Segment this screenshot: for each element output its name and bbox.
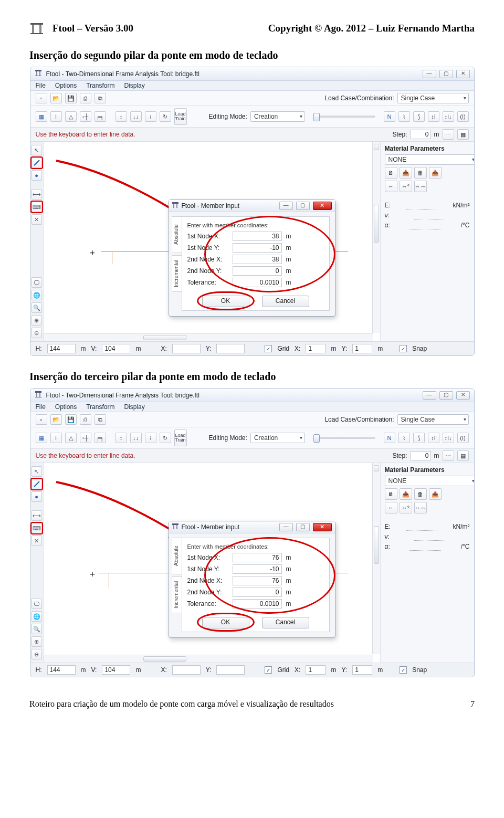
tool-keyboard-icon[interactable]: ⌨: [32, 523, 42, 533]
step-grid-icon[interactable]: ▦: [457, 450, 469, 461]
menu-file[interactable]: File: [36, 403, 46, 411]
load-case-combo[interactable]: Single Case: [397, 93, 469, 103]
zoom-out-icon[interactable]: ⊖: [32, 649, 42, 659]
grid-x-value[interactable]: 1: [306, 665, 326, 675]
mat-assign1-icon[interactable]: ↔: [385, 181, 397, 192]
material-select[interactable]: NONE: [385, 154, 475, 165]
save-icon[interactable]: 💾: [65, 93, 77, 103]
save-icon[interactable]: 💾: [65, 414, 77, 425]
tool-temp-icon[interactable]: ≀: [145, 433, 156, 443]
tool-i-icon[interactable]: I: [50, 433, 62, 443]
input-tol[interactable]: 0.0010: [233, 599, 282, 609]
step-grid-icon[interactable]: ▦: [457, 129, 469, 140]
menu-display[interactable]: Display: [124, 403, 144, 411]
minimize-icon[interactable]: —: [423, 391, 436, 400]
editing-mode-combo[interactable]: Creation: [250, 433, 305, 443]
dialog-maximize-icon[interactable]: ▢: [296, 523, 310, 531]
input-1sty[interactable]: -10: [233, 564, 282, 574]
tool-select-icon[interactable]: ↖: [32, 145, 42, 155]
print-icon[interactable]: ⎙: [80, 414, 91, 425]
drawing-canvas[interactable]: + Ftool - Member input: [44, 463, 381, 663]
menu-transform[interactable]: Transform: [86, 403, 114, 411]
tool-keyboard-icon[interactable]: ⌨: [32, 202, 42, 212]
dialog-close-icon[interactable]: ✕: [313, 523, 332, 531]
tool-support-icon[interactable]: ▦: [36, 433, 47, 443]
tool-moment-icon[interactable]: ↻: [160, 433, 171, 443]
close-icon[interactable]: ✕: [456, 391, 470, 400]
diagram-n-icon[interactable]: N: [384, 433, 395, 443]
maximize-icon[interactable]: ▢: [439, 70, 453, 78]
diagram-def-icon[interactable]: (I): [457, 111, 469, 122]
dialog-minimize-icon[interactable]: —: [279, 523, 293, 531]
input-2ndx[interactable]: 38: [233, 255, 282, 264]
input-1stx[interactable]: 38: [233, 232, 282, 241]
grid-x-value[interactable]: 1: [306, 344, 326, 353]
view-screen-icon[interactable]: 🖵: [32, 277, 42, 288]
snap-checkbox[interactable]: ✓: [400, 345, 407, 352]
mat-assign1-icon[interactable]: ↔: [385, 502, 397, 513]
load-train-button[interactable]: Load Train: [174, 429, 187, 446]
load-train-button[interactable]: Load Train: [174, 108, 187, 125]
tool-node-icon[interactable]: ●: [32, 170, 42, 181]
minimize-icon[interactable]: —: [423, 70, 436, 78]
vertical-scrollbar[interactable]: [372, 463, 380, 654]
tool-dload-icon[interactable]: ↓↓: [130, 433, 142, 443]
copy-icon[interactable]: ⧉: [94, 414, 106, 425]
step-value[interactable]: 0: [411, 130, 431, 139]
cancel-button[interactable]: Cancel: [262, 617, 309, 628]
menu-file[interactable]: File: [36, 82, 46, 89]
tool-cancel-icon[interactable]: ✕: [32, 536, 42, 546]
zoom-fit-icon[interactable]: 🔍: [32, 624, 42, 634]
diagram-il1-icon[interactable]: ↕I: [428, 433, 439, 443]
mat-export-icon[interactable]: 📤: [429, 488, 442, 500]
view-world-icon[interactable]: 🌐: [32, 611, 42, 622]
dialog-minimize-icon[interactable]: —: [279, 202, 293, 210]
tool-arrow-icon[interactable]: ↕: [116, 111, 127, 122]
mat-delete-icon[interactable]: 🗑: [414, 167, 427, 179]
tool-line-icon[interactable]: [32, 158, 42, 168]
editing-mode-combo[interactable]: Creation: [250, 111, 305, 122]
mat-assign2-icon[interactable]: ↔°: [400, 181, 412, 192]
vertical-scrollbar[interactable]: [372, 142, 380, 333]
menu-options[interactable]: Options: [55, 82, 77, 89]
horizontal-scrollbar[interactable]: [44, 333, 373, 341]
tool-arrow-icon[interactable]: ↕: [116, 433, 127, 443]
zoom-in-icon[interactable]: ⊕: [32, 636, 42, 647]
load-case-combo[interactable]: Single Case: [397, 414, 469, 425]
mat-assign2-icon[interactable]: ↔°: [400, 502, 412, 513]
menu-options[interactable]: Options: [55, 403, 77, 411]
mat-new-icon[interactable]: 🗎: [385, 488, 397, 500]
mat-import-icon[interactable]: 📥: [400, 488, 412, 500]
diagram-il1-icon[interactable]: ↕I: [428, 111, 439, 122]
window-buttons[interactable]: — ▢ ✕: [423, 70, 470, 78]
grid-y-value[interactable]: 1: [352, 344, 372, 353]
horizontal-scrollbar[interactable]: [44, 655, 373, 663]
mat-export-icon[interactable]: 📤: [429, 167, 442, 179]
diagram-m-icon[interactable]: ⟆: [413, 111, 425, 122]
tool-line-icon[interactable]: [32, 479, 42, 489]
zoom-out-icon[interactable]: ⊖: [32, 328, 42, 338]
tool-moment-icon[interactable]: ↻: [160, 111, 171, 122]
menu-display[interactable]: Display: [124, 82, 144, 89]
diagram-def-icon[interactable]: (I): [457, 433, 469, 443]
diagram-m-icon[interactable]: ⟆: [413, 433, 425, 443]
diagram-n-icon[interactable]: N: [384, 111, 395, 122]
step-value[interactable]: 0: [411, 451, 431, 460]
tool-triangle-icon[interactable]: △: [65, 111, 77, 122]
mat-assign3-icon[interactable]: ↔↔: [414, 502, 427, 513]
step-dot-icon[interactable]: ⋯: [443, 450, 454, 461]
copy-icon[interactable]: ⧉: [94, 93, 106, 103]
view-screen-icon[interactable]: 🖵: [32, 599, 42, 609]
snap-checkbox[interactable]: ✓: [400, 666, 407, 674]
menubar[interactable]: File Options Transform Display: [30, 81, 474, 91]
input-2ndy[interactable]: 0: [233, 266, 282, 276]
open-icon[interactable]: 📂: [50, 414, 62, 425]
input-tol[interactable]: 0.0010: [233, 278, 282, 287]
menu-transform[interactable]: Transform: [86, 82, 114, 89]
drawing-canvas[interactable]: + Ftool - Member inpu: [44, 142, 381, 341]
print-icon[interactable]: ⎙: [80, 93, 91, 103]
tool-frame-icon[interactable]: ╒╕: [94, 433, 106, 443]
input-1stx[interactable]: 76: [233, 553, 282, 562]
tool-node-icon[interactable]: ●: [32, 491, 42, 502]
material-select[interactable]: NONE: [385, 476, 475, 486]
